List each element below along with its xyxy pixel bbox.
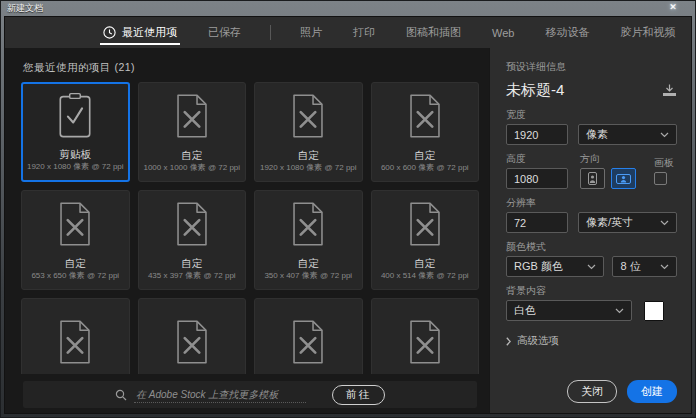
window-frame: 最近使用项 已保存 照片 打印 图稿和插图 Web 移动设备 胶片和视频 您最近…: [0, 16, 696, 418]
width-unit-value: 像素: [586, 127, 608, 142]
template-tile[interactable]: 自定 435 x 397 像素 @ 72 ppi: [138, 190, 247, 290]
window-title: 新建文档: [0, 2, 43, 15]
preset-details-header: 预设详细信息: [506, 60, 677, 74]
document-x-icon: [406, 201, 444, 247]
tile-icon: [255, 83, 362, 150]
advanced-options-label: 高级选项: [517, 334, 559, 348]
tab-2[interactable]: 照片: [298, 17, 324, 48]
tile-icon: [372, 83, 479, 150]
template-tile[interactable]: 自定 1920 x 1080 像素 @ 72 ppi: [254, 82, 363, 182]
template-tile[interactable]: [371, 298, 480, 374]
go-button[interactable]: 前往: [332, 385, 385, 405]
artboard-label: 画板: [654, 158, 674, 168]
tile-spec: 350 x 407 像素 @ 72 ppi: [264, 272, 352, 280]
background-label: 背景内容: [506, 286, 677, 296]
template-tile[interactable]: 自定 1000 x 1000 像素 @ 72 ppi: [138, 82, 247, 182]
document-title-field[interactable]: 未标题-4: [506, 81, 564, 100]
background-swatch[interactable]: [644, 301, 664, 321]
tile-spec: 435 x 397 像素 @ 72 ppi: [148, 272, 236, 280]
tile-name: 自定: [181, 258, 202, 269]
bit-depth-value: 8 位: [620, 259, 640, 274]
template-tile[interactable]: 剪贴板 1920 x 1080 像素 @ 72 ppi: [21, 82, 130, 182]
tab-0[interactable]: 最近使用项: [101, 17, 179, 48]
tile-icon: [372, 191, 479, 258]
height-label: 高度: [506, 154, 568, 164]
document-x-icon: [173, 201, 211, 247]
document-x-icon: [173, 319, 211, 365]
window-close-icon[interactable]: ✕: [660, 0, 686, 14]
orientation-landscape-button[interactable]: [611, 168, 636, 189]
resolution-label: 分辨率: [506, 198, 677, 208]
color-mode-dropdown[interactable]: RGB 颜色: [506, 256, 604, 277]
tab-separator: [270, 25, 271, 40]
bit-depth-dropdown[interactable]: 8 位: [612, 256, 677, 277]
tab-label: 最近使用项: [122, 25, 177, 40]
tile-spec: 1920 x 1080 像素 @ 72 ppi: [27, 163, 124, 171]
tile-spec: 1000 x 1000 像素 @ 72 ppi: [143, 164, 240, 172]
tile-icon: [139, 191, 246, 258]
dialog-body: 最近使用项 已保存 照片 打印 图稿和插图 Web 移动设备 胶片和视频 您最近…: [4, 16, 692, 414]
tab-label: 打印: [353, 25, 375, 40]
orientation-portrait-button[interactable]: [580, 168, 605, 189]
chevron-right-icon: [506, 337, 511, 346]
width-unit-dropdown[interactable]: 像素: [578, 124, 677, 145]
tab-bar: 最近使用项 已保存 照片 打印 图稿和插图 Web 移动设备 胶片和视频: [5, 17, 691, 48]
document-x-icon: [406, 93, 444, 139]
new-document-dialog: 新建文档 ✕ 最近使用项 已保存 照片 打印 图稿和插图 Web 移动设备 胶片…: [0, 0, 696, 418]
orientation-label: 方向: [580, 154, 636, 164]
tab-label: 移动设备: [545, 25, 589, 40]
advanced-options-toggle[interactable]: 高级选项: [506, 334, 677, 348]
chevron-down-icon: [660, 132, 669, 138]
artboard-checkbox[interactable]: [654, 172, 667, 185]
document-x-icon: [289, 319, 327, 365]
color-mode-label: 颜色模式: [506, 242, 677, 252]
template-grid: 剪贴板 1920 x 1080 像素 @ 72 ppi 自定 1000 x 10…: [21, 82, 479, 374]
template-tile[interactable]: 自定 653 x 650 像素 @ 72 ppi: [21, 190, 130, 290]
background-dropdown[interactable]: 白色: [506, 300, 632, 321]
resolution-input[interactable]: [506, 212, 568, 233]
tile-icon: [22, 299, 129, 374]
portrait-person-icon: [587, 172, 598, 185]
tile-spec: 400 x 514 像素 @ 72 ppi: [381, 272, 469, 280]
document-x-icon: [56, 201, 94, 247]
tile-spec: 653 x 650 像素 @ 72 ppi: [31, 272, 119, 280]
tab-7[interactable]: 胶片和视频: [618, 17, 677, 48]
close-button[interactable]: 关闭: [567, 380, 617, 403]
document-x-icon: [289, 93, 327, 139]
template-tile[interactable]: 自定 350 x 407 像素 @ 72 ppi: [254, 190, 363, 290]
tab-3[interactable]: 打印: [351, 17, 377, 48]
save-preset-icon[interactable]: [662, 84, 677, 97]
tile-icon: [255, 299, 362, 374]
tab-4[interactable]: 图稿和插图: [404, 17, 463, 48]
template-tile[interactable]: [254, 298, 363, 374]
tile-icon: [372, 299, 479, 374]
tile-icon: [23, 84, 128, 149]
template-tile[interactable]: [21, 298, 130, 374]
tab-label: Web: [492, 27, 514, 39]
tab-1[interactable]: 已保存: [206, 17, 243, 48]
resolution-unit-dropdown[interactable]: 像素/英寸: [578, 212, 677, 233]
preset-details-panel: 预设详细信息 未标题-4 宽度 像素: [489, 48, 691, 413]
template-tile[interactable]: [138, 298, 247, 374]
document-x-icon: [173, 93, 211, 139]
create-button[interactable]: 创建: [627, 380, 677, 403]
height-input[interactable]: [506, 168, 568, 189]
tab-label: 胶片和视频: [620, 25, 675, 40]
stock-search-input[interactable]: [134, 387, 306, 403]
tile-name: 自定: [181, 150, 202, 161]
tile-spec: 1920 x 1080 像素 @ 72 ppi: [260, 164, 357, 172]
tile-name: 自定: [414, 150, 435, 161]
document-x-icon: [56, 319, 94, 365]
tab-label: 图稿和插图: [406, 25, 461, 40]
tile-icon: [255, 191, 362, 258]
landscape-person-icon: [616, 173, 631, 185]
stock-search-bar: 前往: [23, 381, 477, 408]
tab-5[interactable]: Web: [490, 17, 516, 48]
width-input[interactable]: [506, 124, 568, 145]
tab-label: 照片: [300, 25, 322, 40]
tab-6[interactable]: 移动设备: [543, 17, 591, 48]
dialog-content: 您最近使用的项目 (21) 剪贴板 1920 x 1080 像素 @ 72 pp…: [5, 48, 691, 413]
template-tile[interactable]: 自定 400 x 514 像素 @ 72 ppi: [371, 190, 480, 290]
template-tile[interactable]: 自定 600 x 600 像素 @ 72 ppi: [371, 82, 480, 182]
chevron-down-icon: [587, 264, 596, 270]
